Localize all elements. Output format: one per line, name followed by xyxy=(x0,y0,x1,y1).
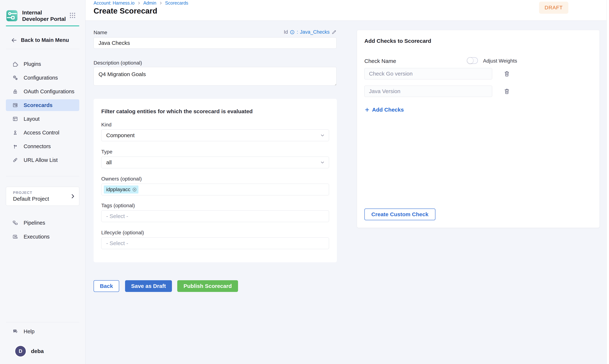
chevron-down-icon xyxy=(320,160,325,165)
id-row: Id : Java_Checks xyxy=(284,29,337,35)
owner-chip: idpplayacc xyxy=(104,185,138,194)
kind-select[interactable]: Component xyxy=(101,130,329,141)
project-eyebrow: PROJECT xyxy=(13,191,32,195)
sidebar-item-configurations[interactable]: Configurations xyxy=(6,72,79,84)
sidebar-item-plugins[interactable]: Plugins xyxy=(6,58,79,70)
adjust-weights-toggle[interactable] xyxy=(467,57,478,64)
chevron-right-icon xyxy=(137,1,141,5)
tags-select-input[interactable] xyxy=(101,210,329,222)
app-grid-icon[interactable] xyxy=(69,12,76,19)
sidebar-item-url-allow-list[interactable]: URL Allow List xyxy=(6,154,79,166)
lifecycle-select-input[interactable] xyxy=(101,237,329,249)
kind-value: Component xyxy=(106,132,135,139)
check-input-2[interactable] xyxy=(364,86,492,97)
project-selector[interactable]: PROJECT Default Project xyxy=(6,187,79,206)
sidebar-item-layout[interactable]: Layout xyxy=(6,113,79,125)
plus-icon xyxy=(364,107,370,113)
check-input-1[interactable] xyxy=(364,68,492,79)
link-icon xyxy=(12,157,18,163)
help-button[interactable]: ? Help xyxy=(6,325,79,337)
type-select[interactable]: all xyxy=(101,156,329,168)
brand-header: Internal Developer Portal xyxy=(6,10,80,22)
sidebar-item-pipelines[interactable]: Pipelines xyxy=(6,217,79,229)
back-button[interactable]: Back xyxy=(94,280,119,292)
pipeline-icon xyxy=(12,220,18,226)
sidebar-item-label: Pipelines xyxy=(24,220,45,226)
type-value: all xyxy=(106,159,112,166)
chevron-right-icon xyxy=(69,193,76,199)
scorecard-icon xyxy=(12,102,18,108)
sidebar-item-scorecards[interactable]: Scorecards xyxy=(6,99,79,111)
name-label: Name xyxy=(94,30,107,36)
adjust-weights-label: Adjust Weights xyxy=(483,58,517,64)
breadcrumb-account[interactable]: Account: Harness.io xyxy=(94,0,135,6)
publish-scorecard-button[interactable]: Publish Scorecard xyxy=(177,280,238,292)
sidebar-item-connectors[interactable]: Connectors xyxy=(6,141,79,152)
add-checks-button[interactable]: Add Checks xyxy=(364,107,404,113)
person-icon xyxy=(12,130,18,136)
sidebar-item-label: Executions xyxy=(24,234,50,240)
brand-accent-bar xyxy=(6,26,79,26)
id-separator: : xyxy=(297,29,298,35)
help-chat-icon: ? xyxy=(12,328,18,335)
sidebar: Internal Developer Portal Back to Main M… xyxy=(0,0,85,364)
breadcrumb-admin[interactable]: Admin xyxy=(143,0,156,6)
lifecycle-label: Lifecycle (optional) xyxy=(101,230,144,235)
sidebar-item-label: Connectors xyxy=(24,143,51,149)
divider xyxy=(6,176,79,176)
project-name: Default Project xyxy=(13,196,49,202)
description-textarea[interactable]: Q4 Migration Goals xyxy=(94,67,337,86)
sidebar-item-label: Layout xyxy=(24,116,40,122)
sidebar-item-label: Scorecards xyxy=(24,102,53,108)
sidebar-item-oauth-configurations[interactable]: OAuth Configurations xyxy=(6,86,79,97)
page-header: Account: Harness.io Admin Scorecards Cre… xyxy=(85,0,609,21)
divider xyxy=(6,49,79,49)
add-checks-panel: Add Checks to Scorecard Check Name Adjus… xyxy=(357,30,599,228)
username: deba xyxy=(31,348,44,354)
kind-label: Kind xyxy=(101,122,111,128)
tags-label: Tags (optional) xyxy=(101,203,135,208)
chip-remove-icon[interactable] xyxy=(132,187,137,192)
breadcrumb-scorecards[interactable]: Scorecards xyxy=(165,0,188,6)
sidebar-item-label: URL Allow List xyxy=(24,157,58,163)
create-custom-check-button[interactable]: Create Custom Check xyxy=(364,208,435,220)
arrow-left-icon xyxy=(11,37,17,43)
sidebar-item-label: Configurations xyxy=(24,75,58,81)
edit-pencil-icon[interactable] xyxy=(331,30,337,35)
avatar-initial: D xyxy=(19,349,22,354)
play-icon xyxy=(12,234,18,240)
status-badge: DRAFT xyxy=(539,2,568,14)
owner-chip-label: idpplayacc xyxy=(106,187,130,193)
sidebar-item-executions[interactable]: Executions xyxy=(6,231,79,243)
delete-check-2-button[interactable] xyxy=(503,87,511,95)
sidebar-item-label: OAuth Configurations xyxy=(24,89,74,95)
sidebar-item-label: Plugins xyxy=(24,61,41,67)
layout-icon xyxy=(12,116,18,122)
owners-label: Owners (optional) xyxy=(101,176,142,182)
puzzle-icon xyxy=(12,61,18,67)
back-label: Back to Main Menu xyxy=(21,37,69,43)
user-menu[interactable]: D deba xyxy=(6,345,79,357)
filter-card: Filter catalog entities for which the sc… xyxy=(94,99,337,262)
back-to-main-menu[interactable]: Back to Main Menu xyxy=(6,34,79,46)
id-value-link[interactable]: Java_Checks xyxy=(300,29,330,35)
delete-check-1-button[interactable] xyxy=(503,70,511,78)
toggle-knob xyxy=(467,57,473,64)
add-checks-label: Add Checks xyxy=(372,107,404,113)
type-label: Type xyxy=(101,149,112,155)
branch-icon xyxy=(12,143,18,149)
checks-panel-title: Add Checks to Scorecard xyxy=(364,38,431,44)
sidebar-item-access-control[interactable]: Access Control xyxy=(6,127,79,139)
save-as-draft-button[interactable]: Save as Draft xyxy=(125,280,172,292)
info-icon[interactable] xyxy=(290,30,295,35)
lock-icon xyxy=(12,88,18,95)
vertical-scrollbar[interactable] xyxy=(607,0,609,364)
gears-icon xyxy=(12,75,18,81)
owners-input[interactable]: idpplayacc xyxy=(101,184,329,195)
help-label: Help xyxy=(24,328,35,335)
check-name-label: Check Name xyxy=(364,58,396,64)
description-label: Description (optional) xyxy=(94,60,142,66)
avatar: D xyxy=(15,346,26,356)
svg-text:?: ? xyxy=(14,330,15,332)
name-input[interactable] xyxy=(94,37,337,49)
